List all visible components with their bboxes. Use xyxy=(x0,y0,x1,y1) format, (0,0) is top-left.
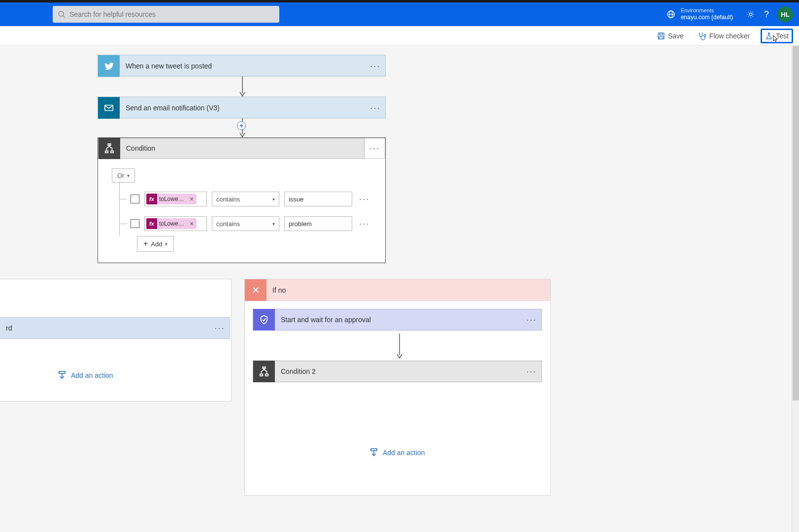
row-checkbox[interactable] xyxy=(131,195,139,203)
value-input[interactable] xyxy=(284,192,352,206)
add-action-icon xyxy=(369,448,379,458)
svg-point-5 xyxy=(749,13,752,15)
twitter-icon xyxy=(98,55,120,77)
vertical-scrollbar[interactable] xyxy=(792,46,799,532)
condition-card[interactable]: Condition ··· Or ▾ fx toLower(... xyxy=(98,137,386,263)
add-action-label: Add an action xyxy=(71,371,113,379)
if-no-header: ✕ If no xyxy=(245,279,550,301)
flow-canvas[interactable]: When a new tweet is posted ··· Send an e… xyxy=(0,46,799,532)
condition2-menu[interactable]: ··· xyxy=(522,366,541,377)
fx-icon: fx xyxy=(146,194,157,204)
operator-dropdown[interactable]: contains ▾ xyxy=(212,216,279,231)
gear-icon xyxy=(746,10,755,19)
trigger-menu[interactable]: ··· xyxy=(366,61,385,71)
settings-button[interactable] xyxy=(743,6,759,22)
svg-rect-14 xyxy=(105,151,108,153)
add-action-icon xyxy=(57,370,67,380)
environment-label: Environments xyxy=(681,7,733,14)
condition-icon xyxy=(253,361,275,382)
expression-input[interactable]: fx toLower(... × xyxy=(144,216,207,231)
search-box[interactable] xyxy=(53,6,279,23)
help-button[interactable]: ? xyxy=(759,6,774,22)
mail-menu[interactable]: ··· xyxy=(366,103,385,113)
mail-card[interactable]: Send an email notification (V3) ··· xyxy=(98,97,386,118)
expression-text: toLower(... xyxy=(157,196,187,202)
yes-action-title: rd xyxy=(0,324,210,332)
add-condition-button[interactable]: + Add ▾ xyxy=(137,236,174,252)
test-button[interactable]: Test xyxy=(761,29,793,43)
approval-title: Start and wait for an approval xyxy=(275,316,522,324)
arrow-icon xyxy=(396,333,403,359)
trigger-title: When a new tweet is posted xyxy=(120,62,366,70)
scrollbar-thumb[interactable] xyxy=(793,46,799,400)
mail-title: Send an email notification (V3) xyxy=(120,104,366,112)
operator-dropdown[interactable]: contains ▾ xyxy=(212,192,279,206)
approval-icon xyxy=(253,309,275,331)
save-icon xyxy=(657,32,665,40)
environment-name: enayu.com (default) xyxy=(681,14,733,21)
operator-value: contains xyxy=(216,220,240,228)
fx-icon: fx xyxy=(146,218,157,229)
svg-rect-16 xyxy=(59,371,65,373)
condition2-card[interactable]: Condition 2 ··· xyxy=(253,361,542,382)
group-operator-label: Or xyxy=(117,172,124,179)
search-input[interactable] xyxy=(69,10,274,18)
add-action-label: Add an action xyxy=(383,449,425,457)
row-menu[interactable]: ··· xyxy=(357,194,371,204)
condition-icon xyxy=(99,137,120,159)
chevron-down-icon: ▾ xyxy=(165,241,167,247)
row-checkbox[interactable] xyxy=(131,219,139,228)
svg-rect-20 xyxy=(260,374,263,376)
flow-checker-button[interactable]: Flow checker xyxy=(695,30,753,42)
svg-rect-15 xyxy=(111,151,114,153)
insert-step-button[interactable]: + xyxy=(237,121,246,130)
environment-icon xyxy=(666,9,676,19)
svg-point-0 xyxy=(59,11,64,16)
remove-token-button[interactable]: × xyxy=(187,220,197,228)
add-label: Add xyxy=(151,240,162,248)
mail-icon xyxy=(98,97,120,119)
if-no-title: If no xyxy=(266,286,292,294)
add-action-button[interactable]: Add an action xyxy=(369,448,425,458)
svg-line-1 xyxy=(63,16,65,18)
yes-action-card[interactable]: rd ··· xyxy=(0,317,230,339)
svg-rect-22 xyxy=(371,449,377,451)
stethoscope-icon xyxy=(698,32,706,40)
remove-token-button[interactable]: × xyxy=(187,195,197,203)
approval-card[interactable]: Start and wait for an approval ··· xyxy=(253,309,542,331)
search-icon xyxy=(58,10,66,18)
condition-row: fx toLower(... × contains ▾ ··· xyxy=(120,211,371,236)
condition-group-operator[interactable]: Or ▾ xyxy=(112,168,135,183)
plus-icon: + xyxy=(143,239,148,248)
x-icon: ✕ xyxy=(245,279,266,301)
value-input[interactable] xyxy=(284,216,352,231)
add-action-button[interactable]: Add an action xyxy=(57,370,113,380)
yes-action-menu[interactable]: ··· xyxy=(210,323,230,333)
flow-checker-label: Flow checker xyxy=(709,32,750,40)
svg-rect-21 xyxy=(266,374,268,376)
action-bar: Save Flow checker Test xyxy=(0,26,799,46)
condition-menu[interactable]: ··· xyxy=(365,138,385,159)
environment-picker[interactable]: Environments enayu.com (default) xyxy=(666,7,733,21)
approval-menu[interactable]: ··· xyxy=(522,315,541,325)
if-no-branch: ✕ If no Start and wait for an approval ·… xyxy=(244,279,551,496)
expression-text: toLower(... xyxy=(157,220,187,227)
row-menu[interactable]: ··· xyxy=(357,219,371,229)
svg-rect-8 xyxy=(659,36,663,39)
save-label: Save xyxy=(668,32,684,40)
cursor-icon xyxy=(771,35,779,43)
chevron-down-icon: ▾ xyxy=(272,197,275,202)
save-button[interactable]: Save xyxy=(654,30,687,42)
chevron-down-icon: ▾ xyxy=(127,173,130,178)
top-bar: Environments enayu.com (default) ? HL xyxy=(0,2,799,26)
condition-title: Condition xyxy=(120,144,364,152)
operator-value: contains xyxy=(216,196,240,203)
avatar[interactable]: HL xyxy=(777,6,793,22)
arrow-icon xyxy=(238,76,246,97)
svg-rect-7 xyxy=(660,33,663,35)
trigger-card[interactable]: When a new tweet is posted ··· xyxy=(98,55,386,76)
condition2-title: Condition 2 xyxy=(275,367,522,375)
expression-input[interactable]: fx toLower(... × xyxy=(144,192,207,206)
svg-point-9 xyxy=(704,34,706,36)
chevron-down-icon: ▾ xyxy=(272,221,275,227)
